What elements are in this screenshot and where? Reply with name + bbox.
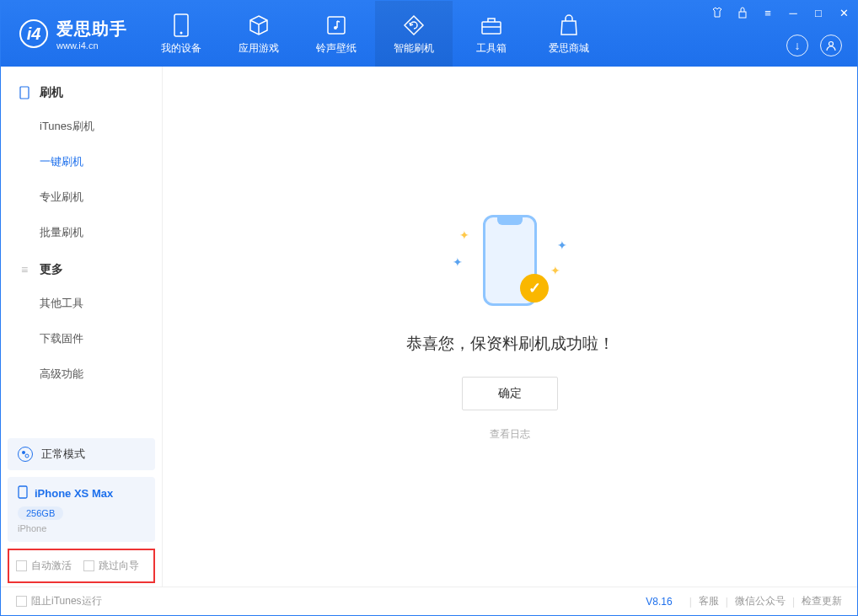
nav-my-device[interactable]: 我的设备 bbox=[142, 1, 220, 67]
svg-rect-4 bbox=[482, 22, 501, 34]
svg-point-8 bbox=[22, 451, 25, 454]
phone-icon bbox=[18, 485, 28, 501]
mode-icon bbox=[18, 447, 33, 462]
device-type: iPhone bbox=[18, 523, 145, 533]
device-name: iPhone XS Max bbox=[35, 487, 113, 500]
toolbox-icon bbox=[479, 13, 504, 38]
logo-text: 爱思助手 www.i4.cn bbox=[56, 18, 127, 51]
phone-icon bbox=[18, 86, 31, 99]
sidebar-header-flash: 刷机 bbox=[1, 77, 162, 109]
device-capacity: 256GB bbox=[18, 506, 63, 520]
tshirt-icon[interactable] bbox=[709, 4, 726, 21]
logo: i4 爱思助手 www.i4.cn bbox=[1, 18, 142, 51]
user-controls: ↓ bbox=[786, 35, 842, 56]
nav-flash[interactable]: 智能刷机 bbox=[375, 1, 453, 67]
sparkle-icon: ✦ bbox=[459, 228, 469, 242]
phone-icon bbox=[169, 13, 194, 38]
refresh-icon bbox=[401, 13, 426, 38]
success-illustration: ✦ ✦ ✦ ✦ ✓ bbox=[451, 212, 569, 313]
version-label: V8.16 bbox=[646, 596, 672, 608]
nav-label: 智能刷机 bbox=[394, 41, 434, 56]
checkbox-auto-activate[interactable]: 自动激活 bbox=[16, 559, 72, 573]
sidebar: 刷机 iTunes刷机 一键刷机 专业刷机 批量刷机 ≡ 更多 其他工具 下载固… bbox=[1, 67, 163, 587]
sidebar-section-more: ≡ 更多 其他工具 下载固件 高级功能 bbox=[1, 254, 162, 392]
bag-icon bbox=[556, 13, 582, 38]
nav-ringtones[interactable]: 铃声壁纸 bbox=[298, 1, 375, 67]
check-update-link[interactable]: 检查更新 bbox=[802, 594, 842, 608]
nav-label: 工具箱 bbox=[476, 41, 507, 56]
sparkle-icon: ✦ bbox=[550, 264, 560, 277]
sparkle-icon: ✦ bbox=[453, 255, 463, 269]
main-content: ✦ ✦ ✦ ✦ ✓ 恭喜您，保资料刷机成功啦！ 确定 查看日志 bbox=[163, 67, 857, 587]
checkbox-skip-guide[interactable]: 跳过向导 bbox=[83, 559, 139, 573]
menu-icon[interactable]: ≡ bbox=[759, 4, 776, 21]
nav-label: 应用游戏 bbox=[239, 41, 279, 56]
svg-rect-5 bbox=[739, 12, 746, 18]
wechat-link[interactable]: 微信公众号 bbox=[735, 594, 786, 608]
sidebar-item-other-tools[interactable]: 其他工具 bbox=[1, 286, 162, 321]
sidebar-item-batch-flash[interactable]: 批量刷机 bbox=[1, 215, 162, 250]
footer: 阻止iTunes运行 V8.16 | 客服 | 微信公众号 | 检查更新 bbox=[1, 587, 857, 615]
ok-button[interactable]: 确定 bbox=[462, 377, 558, 410]
sidebar-item-pro-flash[interactable]: 专业刷机 bbox=[1, 179, 162, 215]
lock-icon[interactable] bbox=[734, 4, 751, 21]
maximize-button[interactable]: □ bbox=[810, 4, 827, 21]
svg-rect-7 bbox=[20, 87, 29, 99]
device-mode-label: 正常模式 bbox=[41, 447, 85, 462]
cube-icon bbox=[246, 13, 271, 38]
sidebar-item-itunes-flash[interactable]: iTunes刷机 bbox=[1, 109, 162, 144]
checkbox-label: 跳过向导 bbox=[99, 559, 139, 573]
nav-toolbox[interactable]: 工具箱 bbox=[453, 1, 530, 67]
sidebar-item-advanced[interactable]: 高级功能 bbox=[1, 356, 162, 392]
list-icon: ≡ bbox=[18, 263, 31, 276]
device-info[interactable]: iPhone XS Max 256GB iPhone bbox=[8, 477, 155, 542]
device-panel: 正常模式 iPhone XS Max 256GB iPhone 自动激活 跳过向… bbox=[1, 438, 162, 587]
titlebar-controls: ≡ ─ □ ✕ bbox=[709, 4, 852, 21]
nav-label: 爱思商城 bbox=[549, 41, 589, 56]
checkbox-icon bbox=[16, 560, 27, 571]
sidebar-header-label: 更多 bbox=[40, 262, 63, 277]
checkbox-label: 阻止iTunes运行 bbox=[31, 594, 102, 608]
logo-icon: i4 bbox=[19, 19, 48, 48]
nav-label: 我的设备 bbox=[161, 41, 201, 56]
app-title: 爱思助手 bbox=[56, 18, 127, 40]
close-button[interactable]: ✕ bbox=[835, 4, 852, 21]
footer-right: V8.16 | 客服 | 微信公众号 | 检查更新 bbox=[646, 594, 842, 608]
nav-apps[interactable]: 应用游戏 bbox=[220, 1, 298, 67]
sparkle-icon: ✦ bbox=[557, 238, 567, 252]
svg-point-1 bbox=[180, 31, 183, 34]
sidebar-header-label: 刷机 bbox=[40, 85, 63, 100]
checkmark-badge-icon: ✓ bbox=[520, 274, 549, 303]
sidebar-header-more: ≡ 更多 bbox=[1, 254, 162, 286]
svg-point-3 bbox=[334, 26, 337, 29]
sidebar-item-oneclick-flash[interactable]: 一键刷机 bbox=[1, 144, 162, 179]
checkbox-block-itunes[interactable]: 阻止iTunes运行 bbox=[16, 594, 102, 608]
checkbox-icon bbox=[16, 596, 27, 607]
svg-rect-2 bbox=[328, 17, 345, 34]
main-nav: 我的设备 应用游戏 铃声壁纸 智能刷机 工具箱 爱思商城 bbox=[142, 1, 608, 67]
minimize-button[interactable]: ─ bbox=[785, 4, 802, 21]
view-log-link[interactable]: 查看日志 bbox=[490, 427, 530, 442]
checkbox-label: 自动激活 bbox=[31, 559, 72, 573]
svg-point-9 bbox=[25, 454, 29, 458]
nav-store[interactable]: 爱思商城 bbox=[530, 1, 608, 67]
checkbox-icon bbox=[83, 560, 94, 571]
profile-button[interactable] bbox=[820, 35, 842, 56]
svg-rect-10 bbox=[19, 486, 27, 498]
success-message: 恭喜您，保资料刷机成功啦！ bbox=[406, 333, 614, 355]
support-link[interactable]: 客服 bbox=[699, 594, 719, 608]
nav-label: 铃声壁纸 bbox=[316, 41, 357, 56]
sidebar-item-download-firmware[interactable]: 下载固件 bbox=[1, 321, 162, 356]
header: i4 爱思助手 www.i4.cn 我的设备 应用游戏 铃声壁纸 智能刷机 工具… bbox=[1, 1, 857, 67]
sidebar-section-flash: 刷机 iTunes刷机 一键刷机 专业刷机 批量刷机 bbox=[1, 77, 162, 250]
body: 刷机 iTunes刷机 一键刷机 专业刷机 批量刷机 ≡ 更多 其他工具 下载固… bbox=[1, 67, 857, 587]
svg-point-6 bbox=[829, 42, 834, 46]
device-mode[interactable]: 正常模式 bbox=[8, 438, 155, 470]
app-subtitle: www.i4.cn bbox=[56, 40, 127, 51]
flash-options-highlighted: 自动激活 跳过向导 bbox=[8, 549, 155, 583]
download-button[interactable]: ↓ bbox=[786, 35, 808, 56]
music-icon bbox=[324, 13, 349, 38]
